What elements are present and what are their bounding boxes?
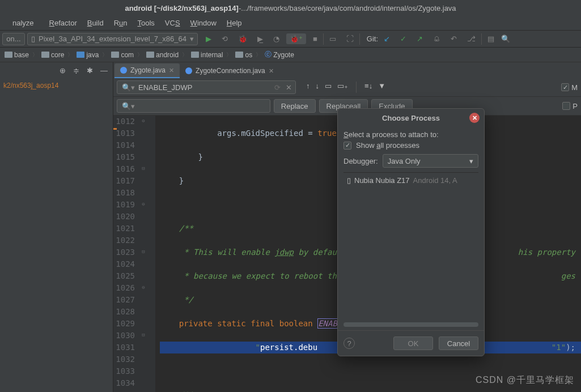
replace-button[interactable]: Replace [274,99,316,113]
dialog-title: Choose Process ✕ [338,109,484,127]
tab-zygote[interactable]: Zygote.java✕ [114,63,180,78]
filter-icon[interactable]: ≡↓ [364,82,372,93]
title-project: android [~/disk2/nx563j_aosp14] [125,4,239,12]
git-history-icon[interactable]: 🕭 [430,33,444,44]
line-gutter: 1012101310141015101610171018101910201021… [113,116,139,392]
run-config-left[interactable]: on... [2,33,25,45]
tab-zygote-connection[interactable]: ZygoteConnection.java✕ [180,63,279,78]
cancel-button[interactable]: Cancel [439,336,478,350]
title-path: .../frameworks/base/core/java/com/androi… [241,4,456,12]
main-toolbar: on... ▯ Pixel_3a_API_34_extension_level_… [0,31,581,48]
menu-refactor[interactable]: Refactor [49,19,77,27]
settings-icon[interactable]: ✱ [87,66,96,75]
debugger-select[interactable]: Java Only ▾ [383,154,478,168]
close-icon[interactable]: ✕ [269,67,274,75]
structure-icon[interactable]: ▤ [484,33,498,44]
git-push-icon[interactable]: ↗ [413,33,426,44]
bc-java[interactable]: java [74,51,101,59]
menu-run[interactable]: Run [114,19,128,27]
funnel-icon[interactable]: ▼ [378,82,385,93]
avd-icon[interactable]: ▭ [326,33,340,44]
java-file-icon [120,67,127,74]
device-list: ▯ Nubia Nubia Z17 Android 14, A [343,172,478,320]
menu-vcs[interactable]: VCS [165,19,180,27]
close-icon[interactable]: ✕ [169,67,174,74]
java-file-icon [185,67,192,74]
horizontal-scrollbar[interactable] [343,322,478,327]
search-everywhere-icon[interactable]: 🔍 [498,33,514,44]
editor-tabs: Zygote.java✕ ZygoteConnection.java✕ [113,62,581,78]
sdk-icon[interactable]: ⛶ [343,33,357,44]
project-root[interactable]: k2/nx563j_aosp14 [0,79,113,92]
chevron-down-icon: ▾ [469,157,473,165]
phone-icon: ▯ [31,35,35,43]
phone-icon: ▯ [347,176,351,185]
title-bar: android [~/disk2/nx563j_aosp14] - .../fr… [0,0,581,16]
git-update-icon[interactable]: ↙ [380,33,393,44]
menu-tools[interactable]: Tools [138,19,155,27]
match-case-checkbox[interactable]: M [561,83,578,92]
next-match-icon[interactable]: ↓ [316,82,320,93]
menu-window[interactable]: Window [190,19,217,27]
stop-icon[interactable]: ■ [309,33,321,44]
bc-core[interactable]: core [39,51,66,59]
debug-icon[interactable]: 🐞 [235,33,251,44]
dialog-prompt: Select a process to attach to: [343,130,478,139]
help-button[interactable]: ? [343,338,355,349]
locate-icon[interactable]: ⊕ [60,66,69,75]
device-item[interactable]: ▯ Nubia Nubia Z17 Android 14, A [343,173,478,188]
menu-analyze[interactable]: nalyze [7,19,39,27]
bc-base[interactable]: base [2,51,31,59]
show-all-processes-label: Show all processes [356,141,419,150]
bc-os[interactable]: os [233,51,255,59]
attach-debugger-icon[interactable]: 🐞⁺ [286,33,306,44]
profiler-icon[interactable]: ◔ [270,33,283,44]
git-branch-icon[interactable]: ⎇ [464,33,479,44]
dialog-close-button[interactable]: ✕ [469,113,480,123]
menu-build[interactable]: Build [87,19,104,27]
choose-process-dialog: Choose Process ✕ Select a process to att… [337,108,485,356]
chevron-down-icon: ▾ [190,35,194,43]
fold-gutter: ⊖ ⊟ ⊖ ⊟ ⊖ ⊟ [139,116,149,392]
menu-help[interactable]: Help [227,19,242,27]
search-icon: 🔍▾ [122,83,135,92]
ok-button[interactable]: OK [393,336,433,350]
git-commit-icon[interactable]: ✓ [397,33,410,44]
bc-zygote[interactable]: ⓒZygote [262,50,296,59]
bc-android[interactable]: android [144,51,181,59]
device-selector[interactable]: ▯ Pixel_3a_API_34_extension_level_7_x86_… [27,33,198,45]
preserve-case-checkbox[interactable]: P [562,102,578,110]
breadcrumb: base〉 core〉 java〉 com〉 android〉 internal… [0,48,581,62]
expand-icon[interactable]: ≑ [73,66,82,75]
git-label: Git: [367,35,378,43]
project-panel: ⊕ ≑ ✱ — k2/nx563j_aosp14 [0,62,113,392]
history-icon[interactable]: ⟳ [274,83,281,92]
apply-changes-icon[interactable]: ⟲ [218,33,231,44]
run-icon[interactable]: ▶ [202,33,215,44]
clear-icon[interactable]: ✕ [286,83,292,92]
show-all-processes-checkbox[interactable] [343,142,351,150]
collapse-panel-icon[interactable]: — [100,66,109,75]
add-selection-icon[interactable]: ▭₊ [337,82,348,93]
prev-match-icon[interactable]: ↑ [306,82,310,93]
find-input[interactable]: 🔍▾ ENABLE_JDWP ⟳ ✕ [117,80,296,94]
select-all-icon[interactable]: ▭ [325,82,332,93]
menu-bar: nalyze Refactor Build Run Tools VCS Wind… [0,16,581,31]
breakpoint-marker[interactable] [113,128,117,130]
find-bar: 🔍▾ ENABLE_JDWP ⟳ ✕ ↑ ↓ ▭ ▭₊ ≡↓ ▼ M [113,78,581,97]
search-icon: 🔍▾ [122,102,135,110]
bc-internal[interactable]: internal [189,51,225,59]
coverage-icon[interactable]: ▶̲ [254,33,266,44]
git-revert-icon[interactable]: ↶ [447,33,460,44]
debugger-label: Debugger: [343,157,378,165]
bc-com[interactable]: com [109,51,136,59]
replace-input[interactable]: 🔍▾ [117,99,270,113]
